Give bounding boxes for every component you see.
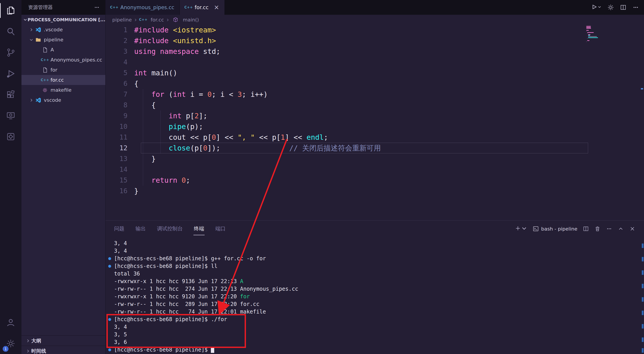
tab-anonymous-pipes-cc[interactable]: C++Anonymous_pipes.cc — [106, 0, 180, 15]
line-number: 1 — [106, 24, 134, 35]
remote-explorer-icon[interactable] — [0, 105, 22, 126]
source-control-icon[interactable] — [0, 42, 22, 63]
run-debug-icon[interactable] — [0, 63, 22, 84]
terminal-output[interactable]: 3, 43, 4[hcc@hcss-ecs-be68 pipeline]$ g+… — [114, 240, 639, 354]
panel-tab-调试控制台[interactable]: 调试控制台 — [156, 222, 183, 235]
tools-icon[interactable] — [0, 126, 22, 147]
terminal-line: 3, 4 — [114, 247, 639, 255]
maximize-panel-icon[interactable] — [618, 226, 624, 232]
code-text: using namespace std; — [134, 46, 220, 57]
code-line: 14 — [106, 164, 644, 175]
command-decoration-icon[interactable] — [108, 348, 111, 351]
minimap[interactable] — [586, 26, 618, 45]
close-panel-icon[interactable] — [629, 226, 636, 232]
explorer-sidebar: 资源管理器 PROCESS_COMMUNICATION [... .vscode… — [22, 0, 106, 354]
breadcrumb-item[interactable]: main() — [172, 17, 199, 22]
code-text: #include <iostream> — [134, 24, 216, 35]
file-tree: .vscodepipelineAC++Anonymous_pipes.ccfor… — [22, 24, 105, 105]
split-terminal-icon[interactable] — [583, 226, 589, 232]
chevron-right-icon — [28, 28, 34, 32]
tab-label: for.cc — [194, 4, 208, 10]
line-number: 8 — [106, 100, 134, 110]
code-line: 16} — [106, 186, 644, 196]
breadcrumb: pipeline›C++for.cc›main() — [106, 15, 644, 24]
more-actions-icon[interactable] — [632, 4, 639, 11]
code-editor[interactable]: 1#include <iostream>2#include <unistd.h>… — [106, 24, 644, 220]
minimap-line — [586, 27, 591, 28]
new-terminal-button[interactable] — [515, 225, 527, 232]
tree-item-vscode[interactable]: vscode — [22, 95, 105, 105]
cpp-file-icon: C++ — [185, 5, 192, 10]
editor-area: C++Anonymous_pipes.ccC++for.cc× pipeline… — [106, 0, 644, 354]
close-tab-icon[interactable]: × — [214, 4, 219, 10]
terminal-line: [hcc@hcss-ecs-be68 pipeline]$ — [114, 346, 639, 354]
tree-item-a[interactable]: A — [22, 45, 105, 55]
panel-header: 问题输出调试控制台终端端口 bash - pipeline — [106, 220, 644, 237]
code-line: 9 int p[2]; — [106, 110, 644, 121]
code-text: return 0; — [134, 175, 190, 186]
panel-actions: bash - pipeline — [515, 220, 636, 237]
panel-tab-终端[interactable]: 终端 — [194, 222, 204, 235]
vscode-file-icon — [34, 26, 42, 33]
gear-icon[interactable] — [607, 4, 614, 11]
breadcrumb-label: pipeline — [112, 17, 132, 22]
activity-bar-bottom: 1 — [0, 312, 22, 354]
kill-terminal-icon[interactable] — [594, 226, 600, 232]
breadcrumb-item[interactable]: pipeline — [112, 17, 132, 22]
line-number: 10 — [106, 121, 134, 132]
outline-pane-label: 大纲 — [31, 338, 41, 344]
vscode-window: 1 资源管理器 PROCESS_COMMUNICATION [... .vsco… — [0, 0, 644, 354]
chevron-down-icon — [28, 38, 34, 42]
terminal-scroll-mark — [642, 244, 644, 248]
timeline-pane-header[interactable]: 时间线 — [22, 346, 105, 354]
line-number: 4 — [106, 57, 134, 68]
search-icon[interactable] — [0, 21, 22, 42]
code-line: 15 return 0; — [106, 175, 644, 186]
code-text: pipe(p); — [134, 121, 203, 132]
panel-more-icon[interactable] — [606, 226, 612, 232]
extensions-icon[interactable] — [0, 84, 22, 105]
command-decoration-icon[interactable] — [108, 318, 111, 321]
terminal-scroll-mark — [642, 310, 644, 315]
tree-item-pipeline[interactable]: pipeline — [22, 35, 105, 45]
panel-tab-问题[interactable]: 问题 — [114, 222, 125, 235]
file-file-icon — [41, 47, 49, 53]
terminal-session-title: bash - pipeline — [541, 226, 577, 232]
command-decoration-icon[interactable] — [108, 257, 111, 260]
tree-item--vscode[interactable]: .vscode — [22, 24, 105, 35]
code-text: for (int i = 0; i < 3; i++) — [134, 89, 268, 100]
outline-pane-header[interactable]: 大纲 — [22, 336, 105, 346]
tree-item-makefile[interactable]: makefile — [22, 85, 105, 95]
panel-tab-端口[interactable]: 端口 — [215, 222, 226, 235]
chevron-right-icon — [24, 338, 31, 343]
sidebar-more-icon[interactable] — [94, 4, 100, 10]
explorer-section-header[interactable]: PROCESS_COMMUNICATION [... — [22, 15, 105, 24]
tree-item-anonymous-pipes-cc[interactable]: C++Anonymous_pipes.cc — [22, 55, 105, 65]
line-number: 11 — [106, 132, 134, 143]
code-line: 5int main() — [106, 68, 644, 78]
code-text: int p[2]; — [134, 110, 208, 121]
split-editor-icon[interactable] — [620, 4, 626, 11]
settings-icon[interactable]: 1 — [0, 333, 22, 354]
account-icon[interactable] — [0, 312, 22, 333]
breadcrumb-item[interactable]: C++for.cc — [140, 17, 164, 22]
line-number: 9 — [106, 110, 134, 121]
tab-for-cc[interactable]: C++for.cc× — [180, 0, 225, 15]
editor-tab-bar: C++Anonymous_pipes.ccC++for.cc× — [106, 0, 644, 15]
terminal-panel: 问题输出调试控制台终端端口 bash - pipeline 3, — [106, 220, 644, 354]
line-number: 5 — [106, 68, 134, 78]
editor-actions — [591, 0, 639, 15]
breadcrumb-separator: › — [134, 16, 138, 23]
tree-item-for-cc[interactable]: C++for.cc — [22, 75, 105, 85]
code-text: int main() — [134, 68, 177, 78]
minimap-line — [588, 34, 590, 35]
terminal-scroll-mark — [642, 297, 644, 302]
panel-tab-输出[interactable]: 输出 — [135, 222, 146, 235]
explorer-icon[interactable] — [0, 0, 22, 21]
tree-item-for[interactable]: for — [22, 65, 105, 75]
terminal-cursor — [211, 347, 214, 353]
command-decoration-icon[interactable] — [108, 265, 111, 268]
run-button[interactable] — [591, 4, 602, 11]
terminal-session-label[interactable]: bash - pipeline — [533, 226, 577, 232]
tree-item-label: vscode — [44, 97, 61, 103]
